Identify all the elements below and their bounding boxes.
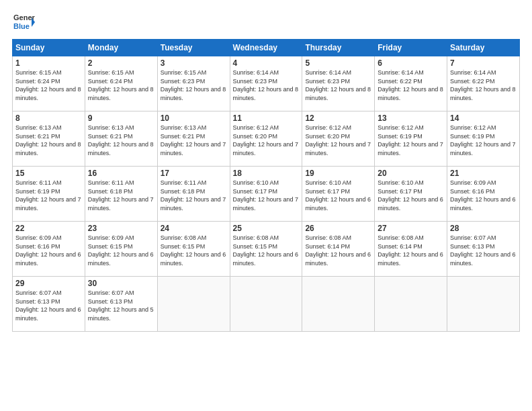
day-number: 16 xyxy=(88,169,154,178)
calendar-week-5: 29 Sunrise: 6:07 AMSunset: 6:13 PMDaylig… xyxy=(13,277,520,332)
day-number: 24 xyxy=(161,224,227,233)
calendar-cell: 4 Sunrise: 6:14 AMSunset: 6:23 PMDayligh… xyxy=(230,56,302,111)
day-number: 8 xyxy=(15,113,82,123)
calendar-cell xyxy=(157,277,230,332)
calendar-cell: 2 Sunrise: 6:15 AMSunset: 6:24 PMDayligh… xyxy=(85,56,157,111)
calendar-cell: 16 Sunrise: 6:11 AMSunset: 6:18 PMDaylig… xyxy=(85,167,157,222)
day-number: 25 xyxy=(233,224,300,233)
day-number: 7 xyxy=(450,58,517,68)
calendar-cell: 21 Sunrise: 6:09 AMSunset: 6:16 PMDaylig… xyxy=(447,167,520,222)
calendar-cell: 6 Sunrise: 6:14 AMSunset: 6:22 PMDayligh… xyxy=(375,56,447,111)
day-info: Sunrise: 6:08 AMSunset: 6:14 PMDaylight:… xyxy=(378,234,443,267)
day-info: Sunrise: 6:15 AMSunset: 6:24 PMDaylight:… xyxy=(88,69,154,101)
calendar-header-row: SundayMondayTuesdayWednesdayThursdayFrid… xyxy=(13,40,520,56)
day-info: Sunrise: 6:14 AMSunset: 6:23 PMDaylight:… xyxy=(233,69,299,101)
calendar-cell: 1 Sunrise: 6:15 AMSunset: 6:24 PMDayligh… xyxy=(13,56,85,111)
day-header-friday: Friday xyxy=(375,40,447,56)
calendar-cell: 17 Sunrise: 6:11 AMSunset: 6:18 PMDaylig… xyxy=(157,167,230,222)
day-number: 15 xyxy=(15,169,82,178)
calendar-cell xyxy=(230,277,302,332)
day-number: 2 xyxy=(88,58,154,68)
calendar-cell: 13 Sunrise: 6:12 AMSunset: 6:19 PMDaylig… xyxy=(375,111,447,167)
calendar-cell: 23 Sunrise: 6:09 AMSunset: 6:15 PMDaylig… xyxy=(85,222,157,277)
calendar-cell: 11 Sunrise: 6:12 AMSunset: 6:20 PMDaylig… xyxy=(230,111,302,167)
day-number: 12 xyxy=(305,113,371,123)
calendar-week-4: 22 Sunrise: 6:09 AMSunset: 6:16 PMDaylig… xyxy=(13,222,520,277)
day-number: 27 xyxy=(378,224,444,233)
day-number: 5 xyxy=(305,58,371,68)
calendar-cell: 29 Sunrise: 6:07 AMSunset: 6:13 PMDaylig… xyxy=(13,277,85,332)
day-info: Sunrise: 6:11 AMSunset: 6:18 PMDaylight:… xyxy=(88,179,154,212)
day-info: Sunrise: 6:12 AMSunset: 6:19 PMDaylight:… xyxy=(378,124,443,156)
day-info: Sunrise: 6:10 AMSunset: 6:17 PMDaylight:… xyxy=(378,179,443,212)
day-number: 3 xyxy=(161,58,227,68)
logo-icon: General Blue xyxy=(12,11,35,34)
calendar-cell: 18 Sunrise: 6:10 AMSunset: 6:17 PMDaylig… xyxy=(230,167,302,222)
logo: General Blue xyxy=(12,11,35,34)
calendar-cell: 5 Sunrise: 6:14 AMSunset: 6:23 PMDayligh… xyxy=(302,56,375,111)
day-number: 29 xyxy=(15,279,82,288)
day-header-saturday: Saturday xyxy=(447,40,520,56)
calendar-week-1: 1 Sunrise: 6:15 AMSunset: 6:24 PMDayligh… xyxy=(13,56,520,111)
calendar-cell: 9 Sunrise: 6:13 AMSunset: 6:21 PMDayligh… xyxy=(85,111,157,167)
calendar-cell: 14 Sunrise: 6:12 AMSunset: 6:19 PMDaylig… xyxy=(447,111,520,167)
calendar-cell xyxy=(375,277,447,332)
day-number: 28 xyxy=(450,224,517,233)
calendar-cell: 25 Sunrise: 6:08 AMSunset: 6:15 PMDaylig… xyxy=(230,222,302,277)
day-header-monday: Monday xyxy=(85,40,157,56)
calendar-cell: 12 Sunrise: 6:12 AMSunset: 6:20 PMDaylig… xyxy=(302,111,375,167)
calendar-cell: 26 Sunrise: 6:08 AMSunset: 6:14 PMDaylig… xyxy=(302,222,375,277)
day-info: Sunrise: 6:12 AMSunset: 6:20 PMDaylight:… xyxy=(305,124,371,156)
calendar-table: SundayMondayTuesdayWednesdayThursdayFrid… xyxy=(12,39,520,332)
calendar-cell: 27 Sunrise: 6:08 AMSunset: 6:14 PMDaylig… xyxy=(375,222,447,277)
calendar-cell xyxy=(302,277,375,332)
day-number: 22 xyxy=(15,224,82,233)
day-header-sunday: Sunday xyxy=(13,40,85,56)
calendar-cell: 10 Sunrise: 6:13 AMSunset: 6:21 PMDaylig… xyxy=(157,111,230,167)
calendar-cell: 30 Sunrise: 6:07 AMSunset: 6:13 PMDaylig… xyxy=(85,277,157,332)
day-info: Sunrise: 6:13 AMSunset: 6:21 PMDaylight:… xyxy=(88,124,154,156)
calendar-cell: 28 Sunrise: 6:07 AMSunset: 6:13 PMDaylig… xyxy=(447,222,520,277)
day-info: Sunrise: 6:09 AMSunset: 6:15 PMDaylight:… xyxy=(88,234,154,267)
day-info: Sunrise: 6:09 AMSunset: 6:16 PMDaylight:… xyxy=(15,234,81,267)
day-info: Sunrise: 6:14 AMSunset: 6:23 PMDaylight:… xyxy=(305,69,371,101)
calendar-cell: 7 Sunrise: 6:14 AMSunset: 6:22 PMDayligh… xyxy=(447,56,520,111)
day-info: Sunrise: 6:15 AMSunset: 6:24 PMDaylight:… xyxy=(15,69,81,101)
day-number: 20 xyxy=(378,169,444,178)
calendar-cell: 19 Sunrise: 6:10 AMSunset: 6:17 PMDaylig… xyxy=(302,167,375,222)
day-number: 17 xyxy=(161,169,227,178)
page: General Blue SundayMondayTuesdayWednesda… xyxy=(0,0,532,411)
day-number: 18 xyxy=(233,169,300,178)
calendar-cell: 3 Sunrise: 6:15 AMSunset: 6:23 PMDayligh… xyxy=(157,56,230,111)
day-number: 10 xyxy=(161,113,227,123)
day-info: Sunrise: 6:11 AMSunset: 6:19 PMDaylight:… xyxy=(15,179,81,212)
day-number: 9 xyxy=(88,113,154,123)
day-info: Sunrise: 6:08 AMSunset: 6:15 PMDaylight:… xyxy=(161,234,226,267)
header: General Blue xyxy=(12,11,520,34)
day-info: Sunrise: 6:10 AMSunset: 6:17 PMDaylight:… xyxy=(233,179,299,212)
calendar-cell: 15 Sunrise: 6:11 AMSunset: 6:19 PMDaylig… xyxy=(13,167,85,222)
calendar-cell: 8 Sunrise: 6:13 AMSunset: 6:21 PMDayligh… xyxy=(13,111,85,167)
day-number: 1 xyxy=(15,58,82,68)
day-info: Sunrise: 6:12 AMSunset: 6:20 PMDaylight:… xyxy=(233,124,299,156)
calendar-cell: 22 Sunrise: 6:09 AMSunset: 6:16 PMDaylig… xyxy=(13,222,85,277)
day-info: Sunrise: 6:09 AMSunset: 6:16 PMDaylight:… xyxy=(450,179,516,212)
day-number: 19 xyxy=(305,169,371,178)
day-info: Sunrise: 6:07 AMSunset: 6:13 PMDaylight:… xyxy=(450,234,516,267)
day-number: 23 xyxy=(88,224,154,233)
day-info: Sunrise: 6:07 AMSunset: 6:13 PMDaylight:… xyxy=(15,289,81,322)
day-info: Sunrise: 6:08 AMSunset: 6:14 PMDaylight:… xyxy=(305,234,371,267)
day-info: Sunrise: 6:15 AMSunset: 6:23 PMDaylight:… xyxy=(161,69,226,101)
day-info: Sunrise: 6:13 AMSunset: 6:21 PMDaylight:… xyxy=(161,124,226,156)
day-number: 21 xyxy=(450,169,517,178)
svg-text:Blue: Blue xyxy=(13,22,30,30)
day-info: Sunrise: 6:14 AMSunset: 6:22 PMDaylight:… xyxy=(378,69,443,101)
day-number: 4 xyxy=(233,58,300,68)
day-number: 13 xyxy=(378,113,444,123)
calendar-cell: 24 Sunrise: 6:08 AMSunset: 6:15 PMDaylig… xyxy=(157,222,230,277)
day-header-thursday: Thursday xyxy=(302,40,375,56)
day-info: Sunrise: 6:12 AMSunset: 6:19 PMDaylight:… xyxy=(450,124,516,156)
day-info: Sunrise: 6:07 AMSunset: 6:13 PMDaylight:… xyxy=(88,289,154,322)
calendar-cell xyxy=(447,277,520,332)
day-info: Sunrise: 6:10 AMSunset: 6:17 PMDaylight:… xyxy=(305,179,371,212)
